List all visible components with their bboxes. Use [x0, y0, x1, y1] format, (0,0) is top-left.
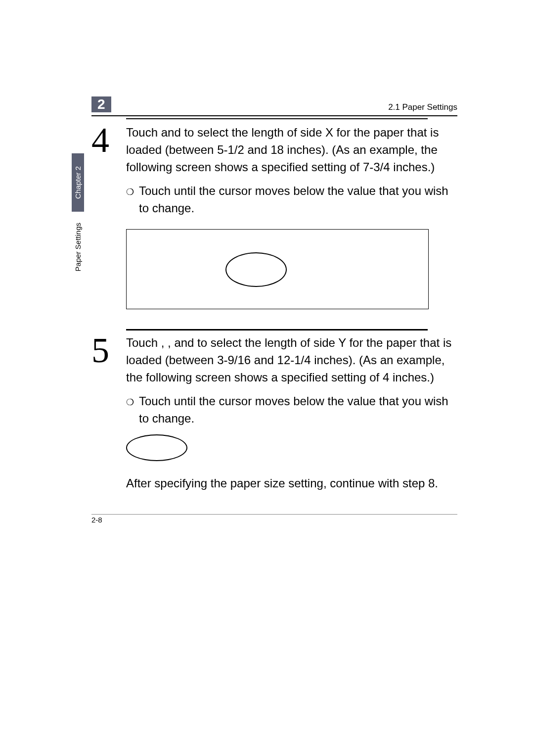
bullet-icon: ❍	[126, 396, 134, 409]
step-4-subitem: ❍ Touch until the cursor moves below the…	[126, 183, 457, 217]
step-5-subitem: ❍ Touch until the cursor moves below the…	[126, 393, 457, 427]
step-5: 5 Touch , , and to select the length of …	[91, 334, 457, 499]
step-4-body: Touch and to select the length of side X…	[126, 124, 457, 224]
highlight-ellipse-icon	[126, 434, 187, 461]
side-tab-section: Paper Settings	[72, 212, 84, 282]
step-5-after-text: After specifying the paper size setting,…	[126, 475, 457, 492]
step5-top-rule	[126, 329, 428, 331]
step-5-inline-figure	[126, 434, 457, 466]
chapter-number-box: 2	[91, 96, 111, 112]
page-content: 2 2.1 Paper Settings 4 Touch and to sele…	[91, 96, 457, 524]
side-tab: Chapter 2 Paper Settings	[72, 153, 87, 282]
step-5-sub-text: Touch until the cursor moves below the v…	[139, 393, 457, 427]
highlight-ellipse-icon	[225, 252, 287, 287]
side-tab-chapter: Chapter 2	[72, 153, 84, 212]
page-number: 2-8	[91, 516, 457, 524]
bullet-icon: ❍	[126, 186, 134, 198]
header-rule	[91, 115, 457, 116]
step-5-text: Touch , , and to select the length of si…	[126, 334, 457, 386]
step4-top-rule	[126, 118, 428, 119]
step-4: 4 Touch and to select the length of side…	[91, 124, 457, 224]
footer-rule	[91, 514, 457, 515]
step-5-body: Touch , , and to select the length of si…	[126, 334, 457, 499]
section-title: 2.1 Paper Settings	[388, 102, 457, 112]
step-4-text: Touch and to select the length of side X…	[126, 124, 457, 176]
step-4-screen-figure	[126, 229, 429, 309]
step-5-number: 5	[91, 336, 126, 365]
step-4-number: 4	[91, 126, 126, 155]
step-4-sub-text: Touch until the cursor moves below the v…	[139, 183, 457, 217]
page-header: 2 2.1 Paper Settings	[91, 96, 457, 112]
